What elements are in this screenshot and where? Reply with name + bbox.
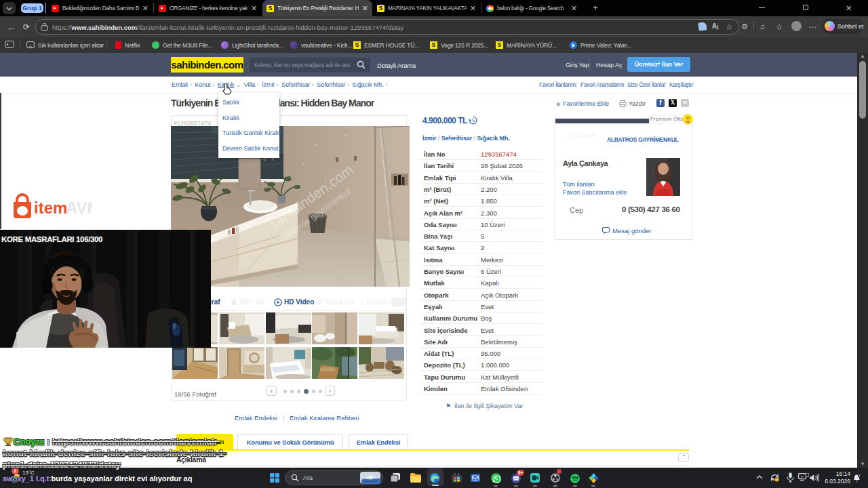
svg-text:item: item — [34, 199, 67, 217]
svg-text:AVM: AVM — [66, 199, 92, 217]
svg-text:YIL: YIL — [686, 121, 690, 124]
svg-text:11: 11 — [686, 116, 690, 120]
